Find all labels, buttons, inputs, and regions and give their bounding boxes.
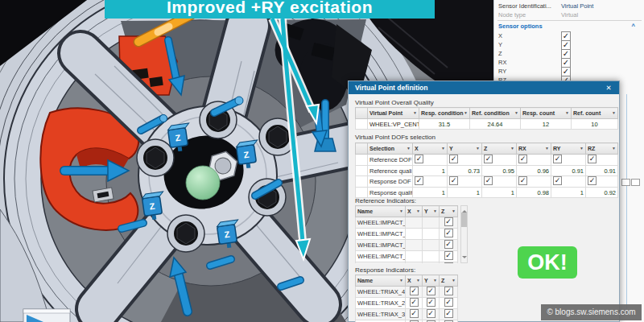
col-header[interactable]: Ref. condition▼ (470, 108, 521, 119)
dof-row-y: Y (498, 40, 642, 49)
checkbox-x[interactable] (410, 287, 419, 295)
sensor-options-header: Sensor options ^ (498, 22, 642, 31)
response-indicators-list: Name▼ X▼ Y▼ Z▼ WHEEL:TRIAX_4 WHEEL:TRIAX… (355, 275, 458, 322)
filter-icon: ▼ (416, 275, 420, 286)
col-header[interactable]: X▼ (413, 143, 448, 155)
response-dof-row: Response DOF (356, 176, 618, 188)
list-item[interactable]: WHEEL:IMPACT_7 (356, 240, 458, 251)
col-header[interactable]: Z▼ (440, 275, 458, 287)
dofs-selection-table: Selection▼ X▼ Y▼ Z▼ RX▼ RY▼ RZ▼ Referenc… (355, 142, 618, 198)
col-header[interactable]: Selection▼ (368, 143, 413, 155)
filter-icon: ▼ (452, 275, 456, 286)
watermark: © blogs.sw.siemens.com (541, 304, 642, 320)
col-header[interactable]: Resp. condition▼ (419, 108, 470, 119)
filter-icon: ▼ (407, 143, 411, 154)
checkbox-resp-ry[interactable] (553, 176, 562, 185)
dofs-selection-label: Virtual Point DOFs selection (355, 134, 436, 141)
list-item[interactable]: WHEEL:TRIAX_4 (356, 287, 458, 298)
collapse-chevron-icon[interactable]: ^ (632, 22, 635, 31)
col-header[interactable]: X▼ (406, 275, 423, 287)
dof-row-x: X (498, 31, 642, 40)
list-item[interactable]: WHEEL:IMPACT_2 (356, 229, 458, 240)
checkbox-ref-z[interactable] (484, 155, 493, 163)
scrollbar-thumb[interactable] (461, 213, 467, 227)
col-header[interactable]: RY▼ (551, 143, 586, 155)
filter-icon: ▼ (612, 108, 616, 118)
list-item[interactable]: WHEEL:IMPACT_3 (356, 251, 458, 262)
checkbox-resp-rx[interactable] (518, 176, 527, 185)
response-indicators-label: Response Indicators: (355, 266, 415, 274)
col-header[interactable]: Ref. count▼ (572, 108, 618, 119)
reference-quality-row: Reference quali... 1 0.73 0.95 0.96 0.91… (356, 166, 618, 176)
checkbox-z[interactable] (444, 240, 453, 249)
scroll-down-icon[interactable] (462, 256, 467, 261)
filter-icon: ▼ (399, 206, 403, 217)
col-header[interactable]: Z▼ (482, 143, 517, 155)
col-header[interactable]: X▼ (406, 206, 423, 217)
checkbox-y[interactable] (427, 287, 436, 295)
divider (497, 20, 642, 21)
checkbox-ref-x[interactable] (415, 155, 423, 163)
annotation-banner: Improved +RY excitation (105, 0, 435, 19)
col-header[interactable]: Resp. count▼ (521, 108, 572, 119)
checkbox-z[interactable] (444, 217, 453, 226)
property-row: Node type Virtual (498, 10, 642, 19)
reference-dof-row: Reference DOF (356, 155, 618, 166)
col-header[interactable]: RZ▼ (586, 143, 618, 155)
filter-icon: ▼ (452, 206, 456, 217)
resp-condition-value: 31.5 (419, 119, 470, 130)
filter-icon: ▼ (612, 143, 616, 154)
col-header[interactable]: Z▼ (440, 206, 458, 217)
checkbox-ref-rz[interactable] (588, 155, 597, 163)
property-value[interactable]: Virtual Point (561, 2, 593, 10)
checkbox-z[interactable] (444, 229, 453, 237)
overall-quality-label: Virtual Point Overall Quality (355, 99, 434, 106)
dialog-titlebar[interactable]: Virtual Point definition ✕ (349, 81, 619, 94)
overall-quality-table: Virtual Point▼ Resp. condition▼ Ref. con… (355, 107, 618, 130)
col-header[interactable]: Name▼ (356, 206, 406, 217)
filter-icon: ▼ (413, 108, 417, 118)
window-icon[interactable] (631, 179, 640, 186)
checkbox-y[interactable] (427, 298, 436, 307)
checkbox-ref-ry[interactable] (553, 155, 562, 163)
col-header[interactable]: Name▼ (356, 275, 406, 287)
resp-count-value: 12 (521, 119, 572, 130)
checkbox-z[interactable] (444, 262, 453, 263)
checkbox-y[interactable] (427, 309, 436, 318)
close-icon[interactable]: ✕ (604, 81, 613, 94)
col-header[interactable]: Y▼ (423, 206, 440, 217)
list-item[interactable]: WHEEL:TRIAX_2 (356, 298, 458, 309)
checkbox-resp-x[interactable] (415, 176, 423, 185)
checkbox-resp-z[interactable] (484, 176, 493, 185)
checkbox-ref-rx[interactable] (518, 155, 527, 163)
property-row: Sensor Identificati... Virtual Point (498, 2, 642, 10)
row-handle (356, 143, 368, 155)
checkbox-x[interactable] (410, 298, 419, 307)
property-value: Virtual (561, 10, 578, 19)
property-label: Sensor Identificati... (498, 2, 551, 10)
col-header[interactable]: Virtual Point▼ (368, 108, 419, 119)
list-item[interactable]: WHEEL:TRIAX_3 (356, 309, 458, 320)
filter-icon: ▼ (399, 275, 403, 286)
checkbox-x[interactable] (410, 309, 419, 318)
filter-icon: ▼ (441, 143, 445, 154)
reference-indicators-list: Name▼ X▼ Y▼ Z▼ WHEEL:IMPACT_6 WHEEL:IMPA… (355, 205, 459, 263)
checkbox-z[interactable] (444, 251, 453, 260)
checkbox-resp-y[interactable] (449, 176, 458, 185)
scrollbar[interactable] (460, 205, 468, 263)
window-icon[interactable] (621, 179, 630, 186)
list-item[interactable]: WHEEL:IMPACT_6 (356, 217, 458, 229)
col-header[interactable]: RX▼ (517, 143, 551, 155)
col-header[interactable]: Y▼ (448, 143, 482, 155)
col-header[interactable]: Y▼ (423, 275, 440, 287)
checkbox-z[interactable] (444, 298, 453, 307)
virtual-point-name: WHEEL:VP_CENTER (368, 119, 419, 130)
checkbox-resp-rz[interactable] (588, 176, 597, 185)
table-row[interactable]: WHEEL:VP_CENTER 31.5 24.64 12 10 (356, 119, 618, 130)
checkbox-z[interactable] (444, 287, 453, 295)
property-label: Node type (498, 10, 526, 19)
checkbox-z[interactable] (444, 309, 453, 318)
list-item[interactable]: WHEEL:IMPACT_8 (356, 262, 458, 264)
checkbox-ref-y[interactable] (449, 155, 458, 163)
filter-icon: ▼ (545, 143, 549, 154)
